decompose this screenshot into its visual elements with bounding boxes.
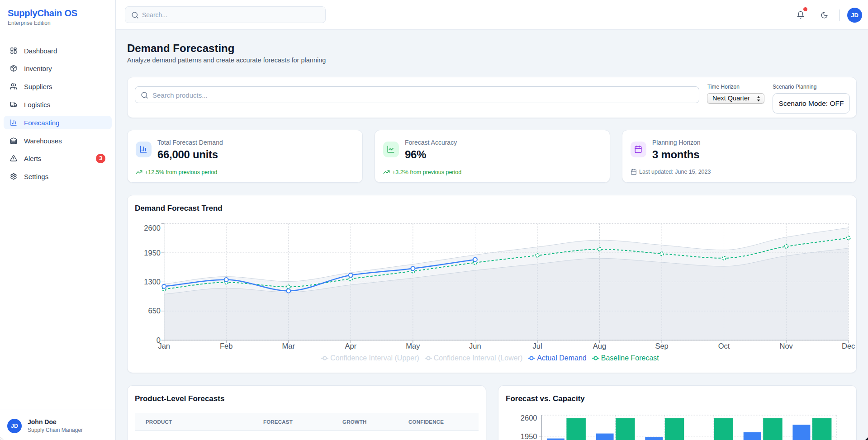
svg-text:Jan: Jan [158,341,170,350]
svg-text:Jun: Jun [469,341,481,350]
svg-text:Apr: Apr [345,341,356,350]
svg-text:Feb: Feb [220,341,232,350]
svg-text:650: 650 [148,307,161,315]
svg-text:Jul: Jul [532,341,542,350]
svg-text:Aug: Aug [593,341,606,350]
svg-text:1950: 1950 [144,248,161,256]
svg-text:2600: 2600 [521,414,537,422]
svg-text:Nov: Nov [780,341,793,350]
svg-text:Mar: Mar [282,341,295,350]
svg-text:1300: 1300 [144,278,161,286]
svg-text:1950: 1950 [521,432,537,440]
svg-text:Oct: Oct [718,341,730,350]
svg-text:Dec: Dec [842,341,855,350]
svg-text:Sep: Sep [655,341,668,350]
svg-text:2600: 2600 [144,223,161,232]
svg-text:May: May [406,341,420,350]
